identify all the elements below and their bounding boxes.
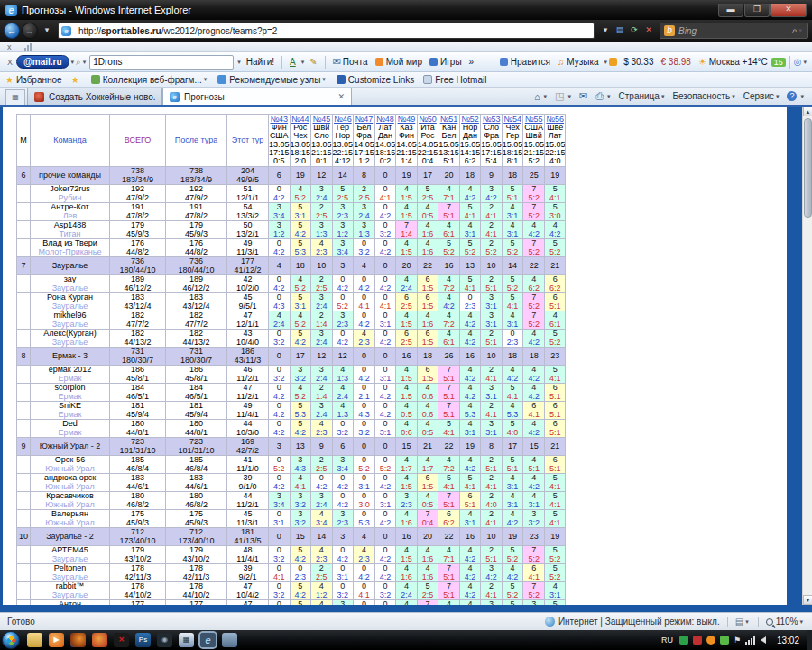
tray-icon-green2[interactable] xyxy=(720,636,729,645)
volume-icon[interactable] xyxy=(761,636,766,644)
tray-flag-icon[interactable]: ⚑ xyxy=(734,636,741,645)
page-menu[interactable]: Страница▾ xyxy=(619,91,667,101)
mailru-logo[interactable]: @mail.ru xyxy=(16,55,69,69)
scroll-down-arrow[interactable]: ▼ xyxy=(803,595,812,605)
taskbar-item-firefox[interactable] xyxy=(70,633,86,647)
address-dropdown[interactable]: ▾ xyxy=(598,23,613,38)
back-button[interactable]: ← xyxy=(4,23,20,39)
read-mail-button[interactable]: ✉ xyxy=(579,90,589,102)
taskbar-item-viewer[interactable]: ◉ xyxy=(157,633,172,647)
toolbar-field-dropdown[interactable]: ▾ xyxy=(237,59,241,66)
forward-button[interactable]: → xyxy=(22,23,38,39)
taskbar-item-capture[interactable] xyxy=(222,633,237,647)
member-name[interactable]: Антон xyxy=(31,600,109,605)
addon-close-icon[interactable]: x xyxy=(7,42,12,51)
tab-prognosy[interactable]: e Прогнозы ✕ xyxy=(162,88,352,105)
zoom-control[interactable]: 110% ▾ xyxy=(766,617,805,627)
taskbar-item-x-app[interactable]: ✕ xyxy=(114,633,129,647)
games-link[interactable]: Игры xyxy=(429,57,462,67)
close-button[interactable]: ✕ xyxy=(770,4,807,17)
search-dropdown[interactable]: ▾ xyxy=(798,27,802,34)
settings-dropdown[interactable]: ▾ xyxy=(803,59,807,66)
tray-icon-qip[interactable] xyxy=(706,636,715,645)
font-dropdown[interactable]: ▾ xyxy=(301,59,305,66)
column-header: ВСЕГО xyxy=(110,115,166,167)
tab-hockey-news[interactable]: Создать Хоккейные ново... xyxy=(27,88,162,105)
taskbar-item-antivirus[interactable] xyxy=(92,633,107,647)
scroll-up-arrow[interactable]: ▲ xyxy=(803,107,812,116)
add-favorite-button[interactable]: ★ xyxy=(71,75,82,85)
search-box[interactable]: b Bing ⌕ ▾ xyxy=(660,23,808,39)
prediction-cell: 43:4 xyxy=(311,510,333,528)
column-header-link[interactable]: Этот тур xyxy=(232,135,264,144)
prediction-cell: 31:2 xyxy=(332,221,354,239)
game-column-header: №56ШвеЛат15.0522:154:0 xyxy=(544,115,566,167)
tab-close-icon[interactable]: ✕ xyxy=(337,92,345,101)
column-header-link[interactable]: После тура xyxy=(175,135,217,144)
taskbar-clock[interactable]: 13:02 xyxy=(777,636,799,645)
restore-button[interactable]: ❐ xyxy=(744,4,770,17)
toolbar-search-dropdown[interactable]: ▾ xyxy=(83,59,87,66)
column-header-link[interactable]: Команда xyxy=(53,135,87,144)
stop-button[interactable]: ✕ xyxy=(641,23,656,38)
language-indicator[interactable]: RU xyxy=(661,636,673,645)
mailru-logo-dropdown[interactable]: ▾ xyxy=(71,59,75,66)
service-menu[interactable]: Сервис▾ xyxy=(743,91,781,101)
mail-link[interactable]: ✉Почта xyxy=(333,56,368,68)
prediction-cell: 42:4 xyxy=(269,311,291,330)
address-bar[interactable]: e http://sporttables.ru/wc2012/prognos/t… xyxy=(58,23,595,39)
page-tools-icon[interactable]: ▤ xyxy=(735,617,743,627)
favorites-item-0[interactable]: Коллекция веб-фрагм...▾ xyxy=(91,75,209,85)
weather-link[interactable]: ☀ Москва +14°C xyxy=(698,57,768,67)
minimize-button[interactable]: ▬ xyxy=(718,4,743,17)
toolbar-search-icon[interactable]: ⌕ xyxy=(76,57,81,68)
prediction-cell: 65:1 xyxy=(459,492,481,510)
toolbar-close-icon[interactable]: X xyxy=(7,58,13,67)
my-world-link[interactable]: Мой мир xyxy=(375,57,422,67)
taskbar-item-photoshop[interactable]: Ps xyxy=(135,633,151,647)
taskbar-item-save-app[interactable]: ▦ xyxy=(179,633,194,647)
feeds-button[interactable]: ◳▾ xyxy=(555,90,573,102)
vertical-scrollbar[interactable]: ▲ ▼ xyxy=(802,107,812,605)
help-button[interactable]: ?▾ xyxy=(787,91,806,101)
recent-pages-dropdown[interactable]: ▾ xyxy=(40,23,54,38)
scrollbar-thumb[interactable] xyxy=(804,118,812,218)
toolbar-search-input[interactable]: 1Drons xyxy=(89,55,234,70)
home-button[interactable]: ⌂▾ xyxy=(534,91,549,102)
safety-menu[interactable]: Безопасность▾ xyxy=(672,91,736,101)
favorites-button[interactable]: ★Избранное xyxy=(5,75,62,85)
usd-rate[interactable]: $ 30.33 xyxy=(623,57,653,67)
stats-bars-icon xyxy=(24,43,32,51)
column-header-link[interactable]: ВСЕГО xyxy=(125,135,152,144)
taskbar-item-media-player[interactable]: ▶ xyxy=(49,633,64,647)
music-dropdown[interactable]: ▾ xyxy=(604,59,608,66)
music-button[interactable]: ♫ Музыка xyxy=(558,57,599,67)
prediction-cell: 41:5 xyxy=(396,185,418,203)
show-desktop-button[interactable] xyxy=(807,630,812,650)
like-button[interactable]: Нравится xyxy=(500,57,550,67)
group-points-cell: 22 xyxy=(523,257,545,275)
favorites-item-2[interactable]: Customize Links xyxy=(337,75,414,85)
prediction-cell: 40:5 xyxy=(417,420,438,438)
search-icon[interactable]: ⌕ xyxy=(792,25,798,36)
more-items-chevron[interactable]: » xyxy=(469,57,475,67)
compatibility-view-icon[interactable]: ▤ xyxy=(613,23,627,38)
favorites-item-1[interactable]: Рекомендуемые узлы▾ xyxy=(217,75,328,85)
highlighter-icon[interactable]: ✎ xyxy=(309,57,317,67)
network-icon[interactable] xyxy=(745,636,756,645)
agent-icon[interactable] xyxy=(609,58,617,66)
taskbar-item-explorer[interactable] xyxy=(27,633,42,647)
tray-icon-green[interactable] xyxy=(679,636,688,645)
find-button[interactable]: Найти! xyxy=(246,57,274,67)
mail-counter-badge[interactable]: 15 xyxy=(771,58,786,67)
favorites-item-3[interactable]: Free Hotmail xyxy=(423,75,486,85)
settings-compass-icon[interactable]: ◎ xyxy=(794,57,802,67)
font-size-button[interactable]: A xyxy=(290,57,296,67)
tray-icon-red[interactable] xyxy=(693,636,702,645)
eur-rate[interactable]: € 38.98 xyxy=(661,57,691,67)
print-button[interactable]: ⎙▾ xyxy=(595,90,612,102)
quick-tabs-button[interactable]: ▦ xyxy=(5,89,25,105)
taskbar-item-ie-active[interactable]: e xyxy=(200,633,216,647)
start-button[interactable] xyxy=(2,631,20,649)
refresh-button[interactable]: ⟳ xyxy=(627,23,641,38)
